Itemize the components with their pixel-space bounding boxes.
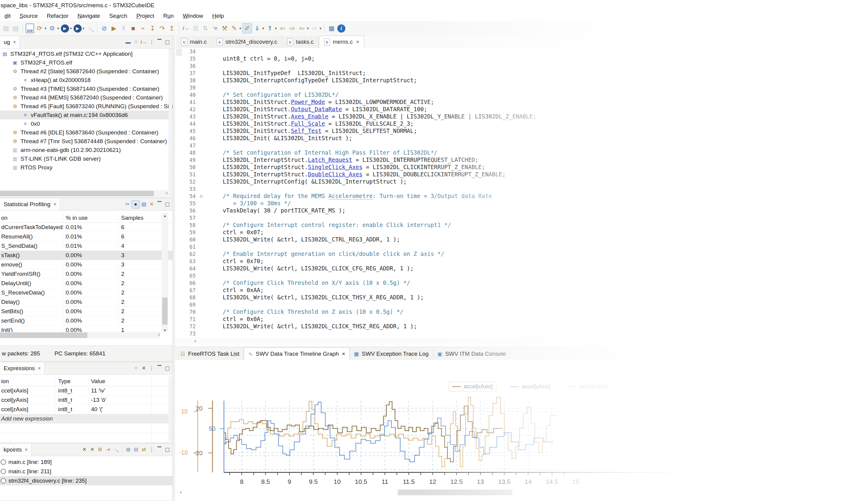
maximize-icon[interactable]: ▢: [163, 446, 171, 454]
last-edit-forward-icon[interactable]: ⇨: [288, 23, 297, 33]
remove-all-icon[interactable]: ✕: [140, 364, 148, 372]
table-row[interactable]: S_ReceiveData()0.00%2: [0, 288, 172, 298]
table-row[interactable]: Delay()0.00%2: [0, 298, 172, 307]
remove-icon[interactable]: ✕: [132, 364, 140, 372]
breakpoint-item[interactable]: stm32f4_discovery.c [line: 235]: [0, 476, 172, 485]
scroll-left-icon[interactable]: ‹: [180, 489, 182, 495]
scroll-left-icon[interactable]: ‹: [194, 338, 196, 344]
add-new-expression-row[interactable]: Add new expression: [0, 414, 172, 424]
editor-tab-tasks-c[interactable]: ctasks.c: [282, 36, 319, 48]
close-icon[interactable]: ×: [25, 447, 28, 453]
column-header-function[interactable]: on: [0, 215, 63, 221]
scrollbar-thumb[interactable]: [162, 298, 168, 325]
record-icon[interactable]: ●: [131, 200, 140, 209]
last-edit-back-icon[interactable]: ⇦: [278, 23, 287, 33]
remove-all-icon[interactable]: ✕: [88, 446, 96, 454]
scroll-down-icon[interactable]: ▾: [162, 328, 168, 332]
expression-row[interactable]: ccel[zAxis]int8_t40 '(': [0, 405, 172, 414]
scrollbar-thumb[interactable]: [0, 191, 154, 196]
tree-item[interactable]: ≡0x0: [0, 119, 172, 128]
filter-icon[interactable]: ○: [112, 446, 120, 454]
tree-item[interactable]: ⚙Thread #3 [TIME] 536871440 (Suspended :…: [0, 84, 172, 93]
maximize-icon[interactable]: ▢: [163, 38, 171, 46]
scroll-right-icon[interactable]: ›: [158, 332, 160, 337]
tab-debug[interactable]: ug ×: [0, 36, 20, 48]
view-menu-icon[interactable]: ⋮: [148, 446, 156, 454]
disconnect-icon[interactable]: ⌁: [138, 23, 147, 33]
open-element-icon[interactable]: ✎: [230, 23, 239, 33]
close-icon[interactable]: ×: [13, 39, 16, 45]
bottom-tab-swv-data-trace-timeline-graph[interactable]: ∿SWV Data Trace Timeline Graph×: [244, 347, 350, 360]
back-history-icon[interactable]: ⇦: [297, 23, 306, 33]
legend-item[interactable]: accel[yAxis]: [507, 382, 554, 391]
maximize-icon[interactable]: ▢: [163, 201, 171, 208]
previous-annotation-icon[interactable]: ⇑: [265, 23, 274, 33]
clear-icon[interactable]: ✕: [148, 201, 156, 208]
debug-bug-icon[interactable]: ⚙: [47, 23, 57, 33]
table-row[interactable]: YieldFromISR()0.00%2: [0, 269, 172, 279]
dropdown-chevron-icon[interactable]: ▾: [70, 26, 72, 30]
tree-item[interactable]: ▣STM32F4_RTOS.elf: [0, 58, 172, 67]
instruction-stepping-icon[interactable]: i→: [140, 38, 148, 46]
close-icon[interactable]: ×: [356, 39, 359, 45]
breakpoint-item[interactable]: main.c [line: 189]: [0, 457, 172, 467]
step-over-icon[interactable]: ↷: [158, 23, 167, 33]
editor-tab-main-c[interactable]: cmain.c: [176, 36, 212, 48]
dropdown-chevron-icon[interactable]: ▾: [275, 26, 277, 30]
editor-tab-mems-c[interactable]: cmems.c×: [319, 35, 364, 48]
view-menu-icon[interactable]: ⋮: [148, 38, 156, 46]
resume-icon[interactable]: ▶: [109, 23, 118, 33]
menu-item-project[interactable]: Project: [132, 12, 159, 20]
debug-scroll-track[interactable]: [169, 49, 172, 197]
minimize-icon[interactable]: ▔: [156, 201, 163, 208]
minimize-icon[interactable]: ▔: [156, 364, 163, 372]
tab-statistical-profiling[interactable]: Statistical Profiling ×: [0, 198, 60, 210]
column-header-samples[interactable]: Samples: [118, 215, 157, 221]
update-refresh-icon[interactable]: ⟳: [35, 23, 44, 33]
dropdown-chevron-icon[interactable]: ▾: [307, 26, 309, 30]
forward-history-icon[interactable]: ⇨: [310, 23, 319, 33]
tree-item[interactable]: ⚙Thread #2 [State] 536872640 (Suspended …: [0, 67, 172, 76]
bottom-tab-swv-itm-data-console[interactable]: ▣SWV ITM Data Console: [433, 348, 511, 360]
table-row[interactable]: sTask()0.00%3: [0, 251, 172, 260]
expression-row[interactable]: ccel[yAxis]int8_t-13 'ó': [0, 395, 172, 405]
table-row[interactable]: SetBits()0.00%2: [0, 307, 172, 316]
table-row[interactable]: dCurrentTaskToDelayedL...0.01%6: [0, 223, 172, 232]
vertical-sash[interactable]: [173, 35, 175, 501]
tab-breakpoints[interactable]: kpoints ×: [0, 444, 32, 456]
scroll-right-icon[interactable]: ›: [166, 190, 168, 196]
legend-item[interactable]: accel[xAxis]: [449, 382, 496, 392]
trace-toggle-icon[interactable]: ⇅: [201, 23, 210, 33]
mark-occurrences-icon[interactable]: ✐: [242, 23, 252, 33]
column-header-percent-in-use[interactable]: % in use: [63, 215, 118, 221]
table-row[interactable]: emove()0.00%3: [0, 260, 172, 269]
remove-icon[interactable]: ✕: [81, 446, 88, 454]
dropdown-chevron-icon[interactable]: ▾: [45, 26, 46, 30]
tree-item[interactable]: ≡vFaultTask() at main.c:194 0x80036d6: [0, 111, 172, 119]
editor-hscrollbar[interactable]: ‹: [175, 338, 868, 345]
close-icon[interactable]: ×: [342, 351, 345, 357]
tree-item[interactable]: ≡xHeap() at 0x20000918: [0, 76, 172, 84]
tree-item[interactable]: ▥ST-LINK (ST-LINK GDB server): [0, 154, 172, 163]
table-row[interactable]: DelayUntil()0.00%2: [0, 279, 172, 288]
step-return-icon[interactable]: ↥: [167, 23, 176, 33]
table-row[interactable]: ResumeAll()0.01%6: [0, 232, 172, 242]
view-menu-icon[interactable]: ⋮: [148, 364, 156, 372]
scrollbar-thumb[interactable]: [398, 490, 512, 495]
column-header-type[interactable]: Type: [55, 378, 88, 385]
breakpoint-item[interactable]: main.c [line: 211]: [0, 467, 172, 476]
bottom-tab-swv-exception-trace-log[interactable]: ▦SWV Exception Trace Log: [350, 348, 433, 360]
editor-tab-stm32f4_discovery-c[interactable]: cstm32f4_discovery.c: [212, 36, 282, 48]
maximize-icon[interactable]: ▢: [163, 364, 171, 372]
open-perspective-icon[interactable]: ▦: [327, 23, 336, 33]
tree-item[interactable]: ▤STM32F4_RTOS.elf [STM32 C/C++ Applicati…: [0, 50, 172, 58]
profiling-vscrollbar[interactable]: ▴ ▾: [162, 213, 168, 332]
scrollbar-thumb[interactable]: [0, 332, 87, 338]
minimize-icon[interactable]: ▔: [156, 446, 163, 454]
skip-all-breakpoints-icon[interactable]: ⊘: [100, 23, 109, 33]
tree-item[interactable]: ⚙Thread #6 [IDLE] 536873640 (Suspended :…: [0, 128, 172, 137]
tree-item[interactable]: ⚙Thread #7 [Tmr Svc] 536874448 (Suspende…: [0, 137, 172, 146]
minimize-icon[interactable]: ▔: [156, 38, 163, 46]
table-row[interactable]: S_SendData()0.01%4: [0, 242, 172, 251]
tree-item[interactable]: ▥RTOS Proxy: [0, 163, 172, 172]
